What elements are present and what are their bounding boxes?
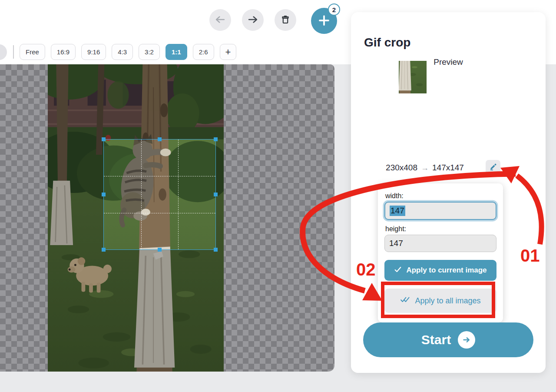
apply-to-current-image-button[interactable]: Apply to current image bbox=[384, 260, 496, 281]
resize-arrow-icon: → bbox=[421, 163, 429, 173]
aspect-button-3-2[interactable]: 3:2 bbox=[139, 44, 160, 60]
apply-to-all-images-button[interactable]: Apply to all images bbox=[384, 289, 496, 313]
apply-current-label: Apply to current image bbox=[406, 266, 486, 275]
aspect-button-4-3[interactable]: 4:3 bbox=[112, 44, 133, 60]
crop-handle-sw[interactable] bbox=[102, 248, 106, 252]
aspect-button-2-6[interactable]: 2:6 bbox=[193, 44, 214, 60]
grid-line bbox=[104, 213, 215, 213]
aspect-button-16-9[interactable]: 16:9 bbox=[51, 44, 76, 60]
source-image bbox=[48, 64, 224, 372]
aspect-button-1-1[interactable]: 1:1 bbox=[165, 44, 187, 60]
arrow-right-circle-icon bbox=[458, 331, 475, 349]
size-popup: width: 147 height: 147 Apply to current … bbox=[378, 183, 503, 322]
width-label: width: bbox=[385, 192, 496, 200]
height-input[interactable]: 147 bbox=[384, 235, 496, 252]
divider bbox=[13, 45, 14, 59]
grid-line bbox=[178, 140, 179, 249]
crop-handle-nw[interactable] bbox=[102, 137, 106, 141]
panel-title: Gif crop bbox=[364, 36, 410, 50]
aspect-button-free[interactable]: Free bbox=[20, 44, 45, 60]
redo-forward-button[interactable] bbox=[242, 9, 264, 31]
grid-line bbox=[104, 176, 215, 176]
preview-image bbox=[399, 61, 497, 160]
crop-handle-n[interactable] bbox=[158, 137, 162, 141]
crop-handle-s[interactable] bbox=[158, 248, 162, 252]
arrow-left-icon bbox=[215, 14, 226, 27]
trash-icon bbox=[280, 14, 291, 27]
image-count-badge: 2 bbox=[328, 3, 340, 16]
arrow-right-icon bbox=[247, 14, 258, 27]
crop-handle-se[interactable] bbox=[214, 248, 218, 252]
crop-canvas bbox=[0, 64, 334, 372]
plus-icon bbox=[318, 14, 331, 28]
crop-handle-w[interactable] bbox=[102, 193, 106, 196]
width-input[interactable]: 147 bbox=[384, 202, 496, 220]
delete-button[interactable] bbox=[275, 9, 296, 31]
double-check-icon bbox=[400, 296, 410, 306]
size-summary: 230x408 → 147x147 bbox=[368, 161, 481, 175]
aspect-ratio-bar: Free16:99:164:33:21:12:6+ bbox=[20, 44, 236, 60]
width-value: 147 bbox=[390, 206, 405, 216]
aspect-button-9-16[interactable]: 9:16 bbox=[81, 44, 106, 60]
apply-all-label: Apply to all images bbox=[415, 296, 480, 306]
height-value: 147 bbox=[389, 239, 403, 248]
check-icon bbox=[394, 266, 402, 276]
crop-handle-e[interactable] bbox=[214, 193, 218, 196]
start-label: Start bbox=[421, 332, 451, 347]
crop-selection-box[interactable] bbox=[103, 139, 216, 250]
crop-handle-ne[interactable] bbox=[214, 137, 218, 141]
undo-back-button[interactable] bbox=[209, 9, 231, 31]
start-button[interactable]: Start bbox=[363, 322, 533, 357]
grid-line bbox=[141, 140, 142, 249]
target-size: 147x147 bbox=[432, 163, 464, 173]
gif-crop-panel: Gif crop Preview 230x408 → 147x147 width… bbox=[351, 12, 546, 373]
edit-size-button[interactable] bbox=[486, 160, 500, 175]
original-size: 230x408 bbox=[386, 163, 417, 173]
pencil-icon bbox=[489, 163, 497, 172]
height-label: height: bbox=[385, 225, 496, 233]
aspect-button-add-custom[interactable]: + bbox=[220, 44, 237, 60]
